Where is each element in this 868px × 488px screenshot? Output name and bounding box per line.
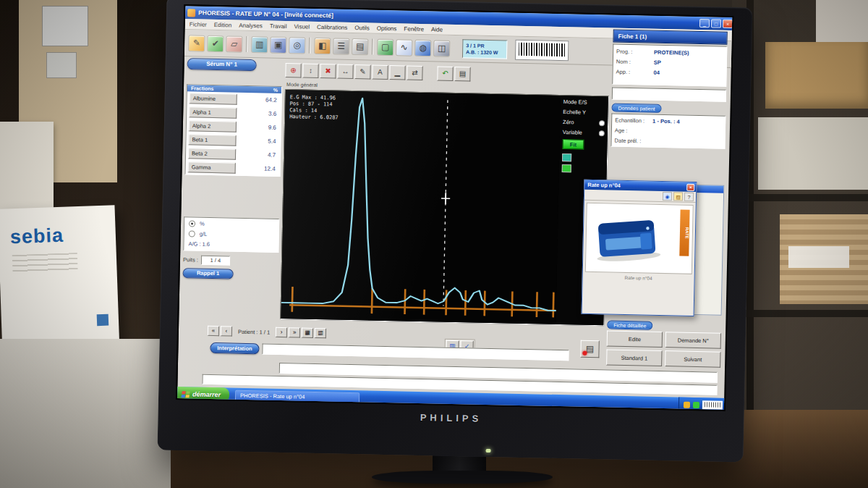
validate-check-icon[interactable]: ✔	[207, 35, 224, 51]
background-window-titlebar	[694, 185, 723, 193]
save-disk-icon[interactable]: ▣	[270, 36, 286, 53]
delete-fraction-icon[interactable]: ✖	[320, 64, 336, 78]
baseline-icon[interactable]: ▁	[389, 65, 405, 80]
fraction-gamma-button[interactable]: Gamma	[188, 161, 236, 173]
counter-bottom: A.B. : 1320 W	[466, 49, 506, 56]
fraction-albumine-button[interactable]: Albumine	[190, 93, 237, 104]
swap-curves-icon[interactable]: ⇄	[407, 66, 422, 80]
well-label: Puits :	[183, 256, 198, 263]
search-icon[interactable]: ◎	[289, 37, 305, 54]
menu-options[interactable]: Options	[377, 25, 397, 32]
electrophoresis-curve-svg	[281, 90, 561, 324]
transmit-print-button[interactable]: ▤	[580, 340, 599, 358]
undo-icon[interactable]: ↶	[437, 66, 453, 80]
record-search-field[interactable]	[612, 88, 726, 102]
fraction-alpha1-button[interactable]: Alpha 1	[189, 106, 237, 118]
menu-outils[interactable]: Outils	[354, 25, 370, 31]
menu-travail[interactable]: Travail	[270, 22, 287, 29]
fraction-alpha2-value: 9.6	[239, 124, 278, 131]
print-curve-icon[interactable]: ▤	[454, 67, 470, 81]
well-value[interactable]: 1 / 4	[201, 256, 230, 266]
monitor-brand-logo: PHILIPS	[420, 412, 482, 424]
interpretation-field[interactable]	[262, 343, 569, 361]
new-analysis-pencil-icon[interactable]: ✎	[188, 35, 205, 51]
menu-aide[interactable]: Aide	[431, 26, 443, 33]
menu-visuel[interactable]: Visuel	[294, 23, 310, 30]
color-swatch-green[interactable]	[562, 164, 571, 172]
color-swatch-teal[interactable]	[562, 153, 571, 161]
worklist-book-icon[interactable]: ▥	[251, 36, 268, 53]
interpretation-button[interactable]: Interprétation	[210, 342, 259, 354]
curve-chart-icon[interactable]: ∿	[396, 39, 412, 56]
screen: PHORESIS - RATE UP N° 04 - [Invité conne…	[176, 4, 733, 411]
fraction-alpha2-button[interactable]: Alpha 2	[189, 120, 237, 132]
tray-status-icon[interactable]	[693, 401, 699, 408]
edit-curve-icon[interactable]: ✎	[354, 64, 370, 79]
patient-data-section-label: Données patient	[611, 103, 661, 112]
sample-select-button[interactable]: Sérum N° 1	[187, 58, 257, 71]
grid-view-button[interactable]: ▦	[302, 328, 313, 338]
zero-radio[interactable]	[599, 120, 605, 126]
close-button[interactable]: ×	[723, 20, 733, 28]
projector-icon[interactable]: ◫	[433, 40, 450, 56]
next-patient-button[interactable]: ›	[276, 327, 287, 337]
first-patient-button[interactable]: «	[208, 326, 219, 336]
unit-gl-radio[interactable]	[189, 230, 195, 237]
icon-glyph: ✔	[212, 38, 219, 49]
list-view-button[interactable]: ▥	[315, 328, 326, 338]
graph-mode-label: Mode général	[286, 82, 318, 88]
recall-button[interactable]: Rappel 1	[182, 268, 233, 279]
last-patient-button[interactable]: »	[289, 327, 300, 337]
app-icon	[187, 9, 195, 17]
sample-rack-icon[interactable]: ☰	[333, 38, 349, 54]
popup-close-button[interactable]: ×	[686, 183, 694, 190]
mode-es-label: Mode E/S	[563, 98, 605, 106]
edit-record-button[interactable]: Edite	[607, 330, 663, 348]
overlay-line-hauteur: Hauteur : 6.0287	[289, 114, 339, 121]
photo-scene: sebia PHORESIS - RATE UP N° 04 - [Invité…	[0, 0, 868, 488]
menu-fenetre[interactable]: Fenêtre	[404, 25, 424, 33]
standard-button[interactable]: Standard 1	[606, 349, 662, 366]
move-vertical-icon[interactable]: ↕	[302, 64, 318, 78]
unit-row: g/L	[189, 230, 274, 238]
menu-analyses[interactable]: Analyses	[239, 22, 263, 29]
folder-icon[interactable]: ▨	[673, 192, 683, 201]
next-record-button[interactable]: Suivant	[665, 350, 720, 368]
zoom-icon[interactable]: ⊕	[285, 63, 301, 77]
move-horizontal-icon[interactable]: ↔	[337, 64, 353, 79]
prev-patient-button[interactable]: ‹	[221, 326, 232, 336]
graph-overlay-text: E.G Max : 41.96 Pos : 87 - 114 Cals : 14…	[289, 94, 339, 121]
request-number-button[interactable]: Demande N°	[665, 332, 721, 349]
monitor-bezel-bottom: PHILIPS	[158, 405, 744, 446]
tray-alert-icon[interactable]	[684, 401, 690, 408]
monitor-stand-base	[372, 471, 553, 484]
window-controls: _ □ ×	[699, 19, 733, 28]
camera-icon[interactable]: ◉	[663, 192, 672, 201]
fraction-beta1-button[interactable]: Beta 1	[188, 134, 236, 146]
fraction-beta2-button[interactable]: Beta 2	[188, 148, 236, 159]
unit-percent-radio[interactable]	[189, 220, 195, 227]
menu-fichier[interactable]: Fichier	[190, 21, 207, 28]
printer-icon[interactable]: ▤	[352, 38, 368, 54]
annotate-icon[interactable]: A	[372, 65, 388, 80]
sebia-logo: sebia	[9, 224, 64, 249]
archive-cube-icon[interactable]: ◧	[314, 37, 331, 54]
icon-glyph: ▱	[231, 38, 238, 49]
start-button[interactable]: démarrer	[177, 387, 229, 403]
power-led-icon[interactable]	[485, 449, 490, 453]
graph-canvas[interactable]: E.G Max : 41.96 Pos : 87 - 114 Cals : 14…	[281, 90, 561, 324]
maximize-button[interactable]: □	[711, 19, 721, 28]
taskbar-app-button[interactable]: PHORESIS - Rate up n°04	[235, 390, 359, 403]
icon-glyph: ▢	[381, 42, 390, 52]
help-icon[interactable]: ?	[684, 193, 694, 201]
menu-calibrations[interactable]: Calibrations	[317, 23, 347, 30]
fit-button[interactable]: Fit	[562, 139, 584, 150]
variable-radio[interactable]	[599, 130, 605, 136]
minimize-button[interactable]: _	[699, 19, 710, 28]
erase-icon[interactable]: ▱	[226, 35, 242, 52]
zero-option: Zéro	[563, 119, 605, 126]
monitor-screen-icon[interactable]: ▢	[377, 38, 393, 55]
unit-row: %	[189, 220, 274, 228]
network-globe-icon[interactable]: ◍	[414, 39, 431, 56]
menu-edition[interactable]: Edition	[214, 21, 232, 28]
